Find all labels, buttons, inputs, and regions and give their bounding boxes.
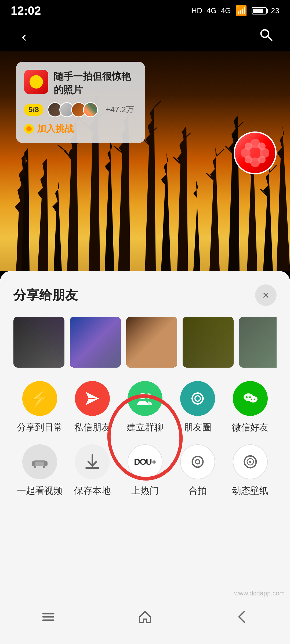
- action-build-group[interactable]: + 建立群聊: [121, 381, 169, 434]
- svg-line-17: [150, 127, 157, 134]
- filter-thumb-1[interactable]: [13, 317, 64, 368]
- save-local-icon-circle: [75, 444, 110, 479]
- svg-rect-57: [44, 461, 48, 466]
- svg-point-50: [246, 396, 248, 398]
- action-dynamic-wallpaper[interactable]: 动态壁纸: [226, 444, 274, 497]
- 4g2-icon: 4G: [221, 6, 231, 15]
- svg-line-2: [64, 150, 71, 158]
- wifi-icon: 📶: [235, 5, 247, 16]
- sofa-icon: [30, 452, 49, 471]
- svg-point-36: [245, 156, 252, 163]
- hot-topic-label: 上热门: [131, 485, 159, 497]
- build-group-label: 建立群聊: [127, 421, 163, 434]
- search-button[interactable]: [255, 25, 277, 47]
- dynamic-wallpaper-label: 动态壁纸: [232, 485, 269, 497]
- svg-point-67: [249, 455, 251, 457]
- action-wechat[interactable]: 微信好友: [226, 381, 274, 434]
- svg-point-46: [191, 397, 193, 400]
- filter-thumb-3[interactable]: [126, 317, 177, 368]
- status-time: 12:02: [11, 4, 41, 17]
- svg-line-1: [267, 36, 272, 41]
- search-icon: [258, 27, 273, 46]
- private-msg-icon-circle: [75, 381, 110, 416]
- friends-circle-label: 朋友圈: [184, 421, 211, 434]
- menu-icon: [40, 609, 56, 628]
- svg-point-34: [245, 142, 252, 150]
- svg-line-23: [226, 146, 232, 153]
- svg-point-68: [249, 467, 251, 469]
- home-button[interactable]: [132, 608, 158, 629]
- action-private-msg[interactable]: 私信朋友: [68, 381, 117, 434]
- svg-marker-38: [86, 392, 99, 405]
- avatar-4: [83, 102, 98, 117]
- svg-line-21: [206, 173, 213, 180]
- svg-rect-59: [43, 466, 45, 468]
- svg-line-24: [236, 122, 243, 129]
- wallpaper-icon: [241, 452, 260, 471]
- actions-grid: ⚡ 分享到日常 私信朋友 + 建立群聊: [13, 381, 277, 508]
- challenge-stats: 5/8 +47.2万: [24, 102, 137, 117]
- svg-line-18: [154, 101, 161, 107]
- svg-point-42: [192, 393, 203, 404]
- share-title: 分享给朋友: [13, 287, 78, 304]
- flower-circle: [234, 131, 277, 174]
- join-icon: [24, 124, 34, 134]
- photo-area: 随手一拍但很惊艳的照片 5/8 +47.2万 加入挑战: [0, 51, 290, 271]
- join-challenge-button[interactable]: 加入挑战: [24, 123, 137, 135]
- stats-badge: 5/8: [24, 104, 43, 116]
- share-header: 分享给朋友 ×: [13, 284, 277, 306]
- svg-point-39: [139, 393, 146, 399]
- build-group-icon-circle: +: [128, 381, 162, 416]
- challenge-card: 随手一拍但很惊艳的照片 5/8 +47.2万 加入挑战: [16, 62, 145, 143]
- svg-point-44: [197, 392, 199, 394]
- svg-point-66: [249, 461, 251, 463]
- action-watch-video[interactable]: 一起看视频: [16, 444, 64, 497]
- menu-button[interactable]: [35, 608, 62, 629]
- svg-line-3: [58, 145, 64, 150]
- svg-line-13: [114, 146, 122, 153]
- top-navigation: ‹: [0, 21, 290, 51]
- 4g-icon: 4G: [206, 6, 216, 15]
- svg-point-62: [192, 456, 203, 467]
- wechat-icon-circle: [233, 381, 268, 416]
- challenge-icon: [24, 70, 48, 94]
- watch-video-icon-circle: [22, 444, 57, 479]
- back-button[interactable]: ‹: [13, 25, 35, 47]
- filter-thumb-5[interactable]: [239, 317, 277, 368]
- challenge-title: 随手一拍但很惊艳的照片: [54, 70, 137, 97]
- filter-thumb-2[interactable]: [70, 317, 121, 368]
- svg-line-19: [173, 157, 180, 164]
- action-hot-topic[interactable]: DOU+ 上热门: [121, 444, 169, 497]
- svg-point-52: [251, 399, 252, 400]
- action-friends-circle[interactable]: 朋友圈: [173, 381, 222, 434]
- action-save-local[interactable]: 保存本地: [68, 444, 117, 497]
- close-button[interactable]: ×: [255, 284, 277, 306]
- svg-point-43: [195, 396, 200, 401]
- bottom-navigation: [0, 601, 290, 644]
- close-icon: ×: [262, 288, 269, 302]
- svg-rect-56: [32, 461, 35, 466]
- hot-topic-icon-circle: DOU+: [128, 444, 162, 479]
- filter-thumb-4[interactable]: [183, 317, 234, 368]
- dynamic-wallpaper-icon-circle: [233, 444, 268, 479]
- svg-point-47: [202, 397, 204, 400]
- collab-icon-circle: [180, 444, 215, 479]
- action-collab[interactable]: 合拍: [173, 444, 222, 497]
- share-panel: 分享给朋友 × ⚡ 分享到日常 私信朋友: [0, 271, 290, 644]
- battery-level: 23: [271, 6, 279, 15]
- collab-icon: [188, 452, 207, 471]
- action-share-daily[interactable]: ⚡ 分享到日常: [16, 381, 64, 434]
- dou-plus-icon: DOU+: [134, 457, 156, 467]
- private-msg-label: 私信朋友: [74, 421, 111, 434]
- flower-svg: [235, 133, 275, 173]
- svg-text:+: +: [150, 390, 153, 396]
- challenge-icon-inner: [30, 75, 43, 89]
- svg-point-63: [195, 460, 200, 464]
- camera-icon: [188, 389, 207, 408]
- share-daily-label: 分享到日常: [17, 421, 63, 434]
- back-nav-button[interactable]: [228, 608, 255, 629]
- stats-avatars: [48, 102, 98, 117]
- svg-point-45: [197, 403, 199, 405]
- back-nav-icon: [234, 609, 250, 628]
- wechat-icon: [241, 389, 260, 408]
